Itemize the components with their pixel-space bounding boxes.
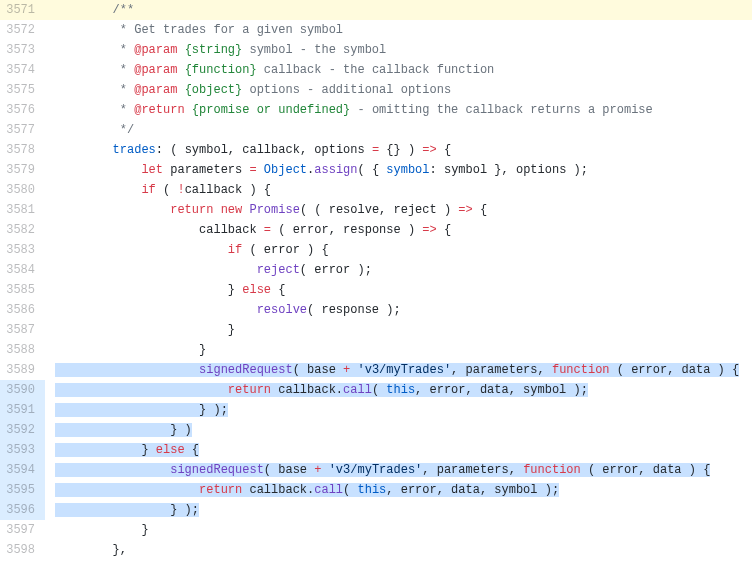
line-number: 3591 bbox=[0, 400, 45, 420]
code-line: 3578 trades: ( symbol, callback, options… bbox=[0, 140, 752, 160]
line-number: 3597 bbox=[0, 520, 45, 540]
line-number: 3594 bbox=[0, 460, 45, 480]
line-code[interactable]: } else { bbox=[45, 280, 752, 300]
code-line: 3590 return callback.call( this, error, … bbox=[0, 380, 752, 400]
line-code[interactable]: } ) bbox=[45, 420, 752, 440]
line-code[interactable]: } bbox=[45, 520, 752, 540]
line-number: 3593 bbox=[0, 440, 45, 460]
line-number: 3571 bbox=[0, 0, 45, 20]
line-number: 3584 bbox=[0, 260, 45, 280]
code-line: 3571 /** bbox=[0, 0, 752, 20]
line-number: 3575 bbox=[0, 80, 45, 100]
code-line: 3574 * @param {function} callback - the … bbox=[0, 60, 752, 80]
line-number: 3581 bbox=[0, 200, 45, 220]
line-number: 3585 bbox=[0, 280, 45, 300]
line-number: 3578 bbox=[0, 140, 45, 160]
code-line: 3587 } bbox=[0, 320, 752, 340]
line-code[interactable]: }, bbox=[45, 540, 752, 560]
line-number: 3598 bbox=[0, 540, 45, 560]
line-code[interactable]: /** bbox=[45, 0, 752, 20]
line-code[interactable]: if ( !callback ) { bbox=[45, 180, 752, 200]
code-line: 3592 } ) bbox=[0, 420, 752, 440]
line-number: 3577 bbox=[0, 120, 45, 140]
code-line: 3591 } ); bbox=[0, 400, 752, 420]
line-number: 3574 bbox=[0, 60, 45, 80]
line-code[interactable]: callback = ( error, response ) => { bbox=[45, 220, 752, 240]
line-code[interactable]: return callback.call( this, error, data,… bbox=[45, 480, 752, 500]
code-line: 3577 */ bbox=[0, 120, 752, 140]
code-line: 3589 signedRequest( base + 'v3/myTrades'… bbox=[0, 360, 752, 380]
code-line: 3580 if ( !callback ) { bbox=[0, 180, 752, 200]
line-number: 3589 bbox=[0, 360, 45, 380]
line-code[interactable]: signedRequest( base + 'v3/myTrades', par… bbox=[45, 460, 752, 480]
code-line: 3597 } bbox=[0, 520, 752, 540]
code-line: 3585 } else { bbox=[0, 280, 752, 300]
line-code[interactable]: * @param {string} symbol - the symbol bbox=[45, 40, 752, 60]
line-code[interactable]: if ( error ) { bbox=[45, 240, 752, 260]
code-line: 3581 return new Promise( ( resolve, reje… bbox=[0, 200, 752, 220]
code-block: 3571 /**3572 * Get trades for a given sy… bbox=[0, 0, 752, 560]
line-code[interactable]: */ bbox=[45, 120, 752, 140]
code-line: 3588 } bbox=[0, 340, 752, 360]
code-line: 3596 } ); bbox=[0, 500, 752, 520]
line-code[interactable]: trades: ( symbol, callback, options = {}… bbox=[45, 140, 752, 160]
code-line: 3572 * Get trades for a given symbol bbox=[0, 20, 752, 40]
line-number: 3586 bbox=[0, 300, 45, 320]
line-number: 3573 bbox=[0, 40, 45, 60]
code-line: 3583 if ( error ) { bbox=[0, 240, 752, 260]
line-code[interactable]: * @return {promise or undefined} - omitt… bbox=[45, 100, 752, 120]
line-code[interactable]: resolve( response ); bbox=[45, 300, 752, 320]
line-code[interactable]: } ); bbox=[45, 400, 752, 420]
code-line: 3586 resolve( response ); bbox=[0, 300, 752, 320]
code-line: 3593 } else { bbox=[0, 440, 752, 460]
code-line: 3575 * @param {object} options - additio… bbox=[0, 80, 752, 100]
line-code[interactable]: reject( error ); bbox=[45, 260, 752, 280]
line-code[interactable]: * @param {object} options - additional o… bbox=[45, 80, 752, 100]
code-line: 3584 reject( error ); bbox=[0, 260, 752, 280]
code-line: 3573 * @param {string} symbol - the symb… bbox=[0, 40, 752, 60]
code-line: 3598 }, bbox=[0, 540, 752, 560]
code-line: 3579 let parameters = Object.assign( { s… bbox=[0, 160, 752, 180]
line-number: 3596 bbox=[0, 500, 45, 520]
line-code[interactable]: let parameters = Object.assign( { symbol… bbox=[45, 160, 752, 180]
line-number: 3579 bbox=[0, 160, 45, 180]
line-code[interactable]: return callback.call( this, error, data,… bbox=[45, 380, 752, 400]
line-number: 3580 bbox=[0, 180, 45, 200]
line-number: 3582 bbox=[0, 220, 45, 240]
line-number: 3587 bbox=[0, 320, 45, 340]
line-number: 3595 bbox=[0, 480, 45, 500]
code-line: 3595 return callback.call( this, error, … bbox=[0, 480, 752, 500]
line-code[interactable]: * Get trades for a given symbol bbox=[45, 20, 752, 40]
line-code[interactable]: signedRequest( base + 'v3/myTrades', par… bbox=[45, 360, 752, 380]
line-code[interactable]: } else { bbox=[45, 440, 752, 460]
line-number: 3576 bbox=[0, 100, 45, 120]
code-line: 3576 * @return {promise or undefined} - … bbox=[0, 100, 752, 120]
code-line: 3582 callback = ( error, response ) => { bbox=[0, 220, 752, 240]
line-number: 3590 bbox=[0, 380, 45, 400]
line-number: 3572 bbox=[0, 20, 45, 40]
line-code[interactable]: } ); bbox=[45, 500, 752, 520]
line-code[interactable]: * @param {function} callback - the callb… bbox=[45, 60, 752, 80]
line-code[interactable]: } bbox=[45, 320, 752, 340]
line-number: 3583 bbox=[0, 240, 45, 260]
line-number: 3592 bbox=[0, 420, 45, 440]
line-code[interactable]: return new Promise( ( resolve, reject ) … bbox=[45, 200, 752, 220]
line-code[interactable]: } bbox=[45, 340, 752, 360]
code-line: 3594 signedRequest( base + 'v3/myTrades'… bbox=[0, 460, 752, 480]
line-number: 3588 bbox=[0, 340, 45, 360]
